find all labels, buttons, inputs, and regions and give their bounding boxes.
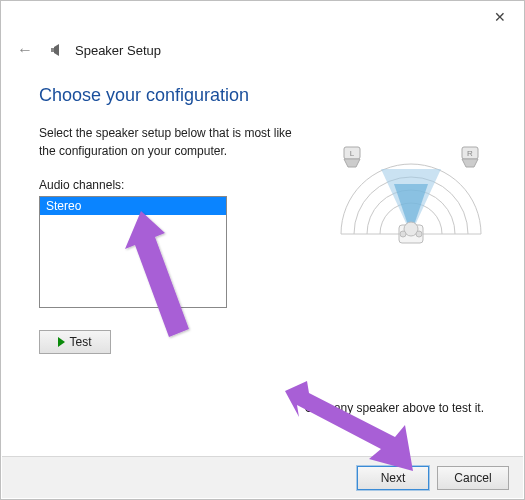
description-line2: the configuration on your computer.: [39, 144, 227, 158]
option-stereo[interactable]: Stereo: [40, 197, 226, 215]
description-line1: Select the speaker setup below that is m…: [39, 126, 292, 140]
header-row: ← Speaker Setup: [1, 31, 524, 73]
description-text: Select the speaker setup below that is m…: [39, 124, 319, 160]
svg-rect-0: [51, 48, 54, 52]
play-icon: [58, 337, 65, 347]
right-label: R: [467, 149, 473, 158]
next-button-label: Next: [381, 471, 406, 485]
svg-marker-8: [462, 159, 478, 167]
hint-text: Click any speaker above to test it.: [305, 401, 484, 415]
speaker-diagram: L R: [326, 129, 496, 289]
close-icon[interactable]: ✕: [488, 7, 512, 27]
window-title: Speaker Setup: [75, 43, 161, 58]
titlebar: ✕: [1, 1, 524, 31]
test-button-label: Test: [69, 335, 91, 349]
cancel-button[interactable]: Cancel: [437, 466, 509, 490]
left-speaker-icon[interactable]: L: [344, 147, 360, 167]
audio-channels-listbox[interactable]: Stereo: [39, 196, 227, 308]
cancel-button-label: Cancel: [454, 471, 491, 485]
speaker-setup-window: ✕ ← Speaker Setup Choose your configurat…: [0, 0, 525, 500]
footer-bar: Next Cancel: [2, 456, 523, 498]
left-label: L: [350, 149, 355, 158]
svg-marker-6: [344, 159, 360, 167]
page-heading: Choose your configuration: [39, 85, 496, 106]
svg-point-11: [400, 231, 406, 237]
right-speaker-icon[interactable]: R: [462, 147, 478, 167]
speaker-icon: [47, 41, 65, 59]
svg-point-12: [416, 231, 422, 237]
svg-marker-1: [54, 44, 59, 56]
listener-icon: [399, 222, 423, 243]
next-button[interactable]: Next: [357, 466, 429, 490]
test-button[interactable]: Test: [39, 330, 111, 354]
back-arrow-icon[interactable]: ←: [13, 39, 37, 61]
